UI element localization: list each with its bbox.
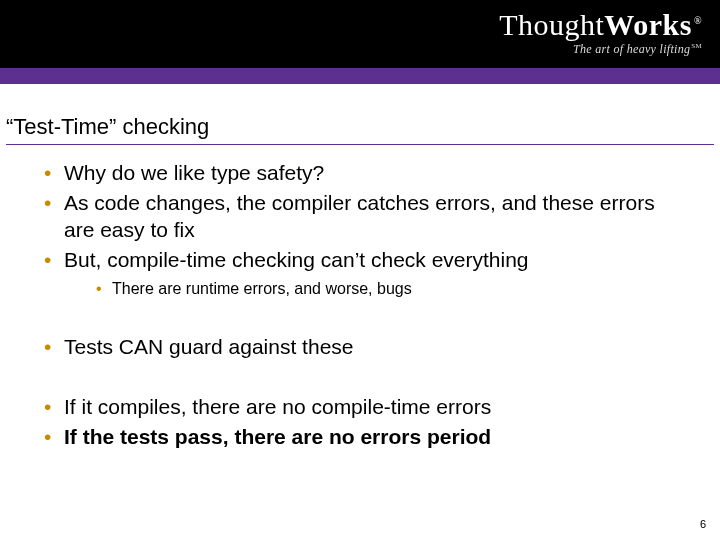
page-number: 6 <box>700 518 706 530</box>
list-item: If it compiles, there are no compile-tim… <box>40 394 690 420</box>
title-underline: “Test-Time” checking <box>6 114 714 145</box>
bullet-text: If it compiles, there are no compile-tim… <box>64 395 491 418</box>
sub-bullet-list: There are runtime errors, and worse, bug… <box>94 279 690 300</box>
bullet-text: Why do we like type safety? <box>64 161 324 184</box>
list-item: Tests CAN guard against these <box>40 334 690 360</box>
list-item: Why do we like type safety? <box>40 160 690 186</box>
bullet-list: If it compiles, there are no compile-tim… <box>40 394 690 451</box>
list-item: But, compile-time checking can’t check e… <box>40 247 690 300</box>
list-item: As code changes, the compiler catches er… <box>40 190 690 243</box>
header-purple-bar <box>0 68 720 84</box>
logo-part-a: Thought <box>499 8 604 41</box>
list-item: There are runtime errors, and worse, bug… <box>94 279 690 300</box>
bullet-text: If the tests pass, there are no errors p… <box>64 425 491 448</box>
logo-registered: ® <box>694 15 702 26</box>
bullet-text: But, compile-time checking can’t check e… <box>64 248 529 271</box>
logo-tagline-text: The art of heavy lifting <box>573 42 690 56</box>
title-area: “Test-Time” checking <box>6 114 714 145</box>
list-item: If the tests pass, there are no errors p… <box>40 424 690 450</box>
bullet-text: Tests CAN guard against these <box>64 335 354 358</box>
logo: ThoughtWorks® The art of heavy liftingSM <box>499 10 702 57</box>
spacer <box>40 364 690 394</box>
logo-tagline: The art of heavy liftingSM <box>499 42 702 57</box>
logo-sm-mark: SM <box>691 42 702 50</box>
spacer <box>40 304 690 334</box>
bullet-list: Why do we like type safety? As code chan… <box>40 160 690 300</box>
bullet-list: Tests CAN guard against these <box>40 334 690 360</box>
bullet-text: As code changes, the compiler catches er… <box>64 191 655 240</box>
bullet-text: There are runtime errors, and worse, bug… <box>112 280 412 297</box>
slide-title: “Test-Time” checking <box>6 114 209 139</box>
logo-part-b: Works <box>604 8 692 41</box>
content-area: Why do we like type safety? As code chan… <box>40 160 690 455</box>
logo-text: ThoughtWorks® <box>499 10 702 40</box>
